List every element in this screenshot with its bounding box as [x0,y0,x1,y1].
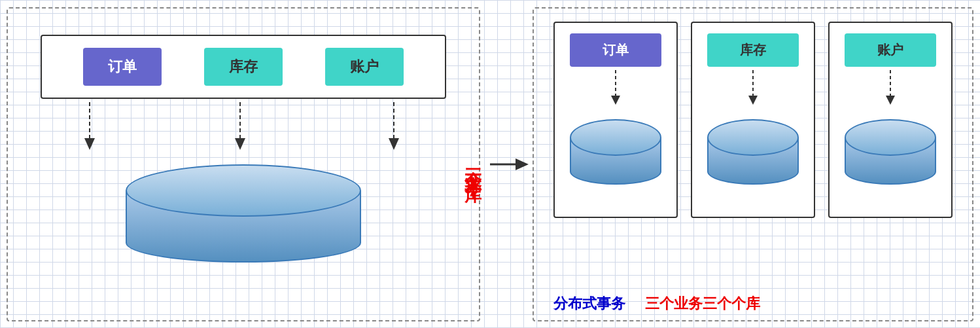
right-panel: 订单 库存 [533,7,973,321]
right-arrow-3 [881,67,900,113]
service-inventory: 库存 [204,48,283,86]
left-panel: 订单 库存 账户 三个业务一个库 [7,7,480,321]
right-service-order: 订单 [570,33,661,67]
svg-marker-9 [611,96,620,105]
right-arrow-2 [743,67,763,113]
right-service-account: 账户 [845,33,936,67]
side-label: 三个业务一个库 [463,155,485,173]
right-service-col-3: 账户 [828,22,953,218]
svg-marker-11 [748,96,758,105]
main-container: 订单 库存 账户 三个业务一个库 [0,0,980,328]
right-arrow-icon [487,148,533,181]
svg-marker-7 [516,158,529,170]
svg-marker-5 [389,138,399,150]
left-arrows-svg [41,99,446,158]
service-order: 订单 [83,48,162,86]
cylinder-top [126,164,361,217]
center-arrow-area [487,148,533,181]
right-db-2 [707,119,799,191]
distributed-label: 分布式事务 [553,294,625,314]
svg-marker-3 [235,138,245,150]
three-label: 三个业务三个个库 [645,294,760,314]
right-db-1 [570,119,661,191]
right-services-row: 订单 库存 [547,22,959,287]
service-account: 账户 [325,48,404,86]
right-arrow-1 [606,67,625,113]
right-service-inventory: 库存 [707,33,799,67]
right-bottom-row: 分布式事务 三个业务三个个库 [547,294,959,314]
services-box: 订单 库存 账户 [41,35,446,99]
svg-marker-13 [886,96,895,105]
svg-marker-1 [84,138,95,150]
right-service-col-2: 库存 [691,22,815,218]
right-db-3 [845,119,936,191]
right-service-col-1: 订单 [553,22,678,218]
left-database [126,164,361,269]
